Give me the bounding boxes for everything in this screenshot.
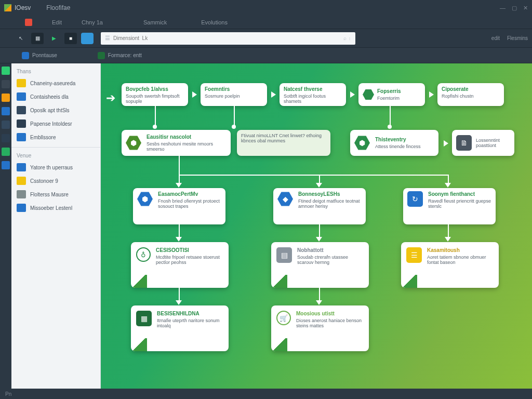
arrow-icon xyxy=(429,91,434,98)
strip-icon[interactable] xyxy=(2,161,10,169)
node-title: Moosious utistt xyxy=(296,311,364,316)
node-sub: Aoret tatiem sbnone obmuer fontat baseon xyxy=(427,255,486,265)
strip-icon[interactable] xyxy=(2,134,10,142)
menu-item[interactable]: Chny 1a xyxy=(82,19,103,25)
card-icon: ▤ xyxy=(276,247,292,263)
flow-node[interactable]: Ftivuat nimoLLNT Cnet linwet? ethoing kb… xyxy=(237,130,330,156)
flow-node[interactable]: ⬢ EasamocPertMvFnosh bried ofienryst pro… xyxy=(133,188,225,224)
node-sub: Soupoth swertsh fimptsoft sopuple xyxy=(126,94,180,104)
tool-play-icon[interactable]: ▶ xyxy=(48,33,60,44)
connector xyxy=(179,156,180,175)
menu-item[interactable]: Sammick xyxy=(143,19,167,25)
sidebar-section-header: Thans xyxy=(11,66,100,76)
app-menu-icon[interactable] xyxy=(25,19,32,26)
node-title: Ciposerate xyxy=(442,86,500,92)
chip-label: Formarce: entt xyxy=(108,52,142,58)
flow-node[interactable]: Natcesf thverseSotbtft ingicol footus sh… xyxy=(280,83,346,106)
connector xyxy=(448,224,449,238)
strip-icon[interactable] xyxy=(2,94,10,102)
connector-dot xyxy=(388,125,392,129)
sidebar-section-header: Venue xyxy=(11,151,100,161)
flow-node[interactable]: FoemntirsSosmure poelpin xyxy=(201,83,267,106)
sidebar-item[interactable]: Contaisheeis dla xyxy=(11,90,100,103)
ribbon-right-label[interactable]: Flesmins xyxy=(507,35,528,41)
strip-icon[interactable] xyxy=(2,80,10,88)
menu-item[interactable]: Evolutions xyxy=(201,19,228,25)
connector xyxy=(319,288,320,301)
sidebar-item[interactable]: Csstonoer 9 xyxy=(11,174,100,188)
sidebar-item[interactable]: Flolterss Mausre xyxy=(11,188,100,201)
sidebar: Thans Chaneiny-aseureda Contaisheeis dla… xyxy=(11,63,101,389)
maximize-icon[interactable]: ▢ xyxy=(512,5,517,11)
sidebar-item[interactable]: Embllssore xyxy=(11,130,100,144)
arrow-icon xyxy=(271,91,276,98)
flow-node[interactable]: Bovpcfeb 1/alvssSoupoth swertsh fimptsof… xyxy=(122,83,188,106)
app-logo-icon xyxy=(4,4,11,11)
arrow-icon xyxy=(445,183,451,188)
flow-node[interactable]: CiposerateRopfishi chustn xyxy=(437,83,504,106)
flow-node[interactable]: ▤NobhattottSoudab ctrerafn utassee scaro… xyxy=(271,242,369,288)
arrow-icon xyxy=(316,183,322,188)
sidebar-item-label: Missoeber Lestenl xyxy=(30,205,72,211)
arrow-icon xyxy=(176,183,182,188)
connector xyxy=(179,288,180,301)
arrow-icon xyxy=(444,140,448,147)
start-arrow-icon: ➔ xyxy=(106,91,115,105)
chip-label: Ponntause xyxy=(32,52,57,58)
flow-node[interactable]: FopserrisFoemtorim xyxy=(358,83,425,106)
flow-node[interactable]: ▦BESISENHILDNAItrnafie uteprth naritore … xyxy=(131,305,229,351)
sidebar-item[interactable]: Yatore th uperraus xyxy=(11,161,100,174)
flow-node[interactable]: ↻ Soonym fienthanctRavedl fieust priencr… xyxy=(403,188,496,224)
grid-icon xyxy=(17,119,26,128)
strip-icon[interactable] xyxy=(2,121,10,129)
connector-dot xyxy=(232,125,236,129)
node-sub: Ravedl fieust priencritt guepse sterslc xyxy=(428,198,491,209)
title-bar: IOesv Floofifae ― ▢ ✕ xyxy=(0,0,532,16)
node-title: BonnesoyLESHs xyxy=(298,191,362,197)
search-input[interactable] xyxy=(113,35,343,41)
tool-blue-icon[interactable] xyxy=(81,33,94,44)
node-sub: Mcdtite fripoel retsaee stoerust pectlor… xyxy=(156,255,220,265)
tool-box-icon[interactable]: ■ xyxy=(64,33,77,44)
context-chip[interactable]: Formarce: entt xyxy=(98,52,142,59)
app-title: IOesv xyxy=(15,4,31,11)
context-chip[interactable]: Ponntause xyxy=(22,52,57,59)
menu-item[interactable]: Edit xyxy=(52,19,62,25)
node-title: Foemntirs xyxy=(205,86,263,92)
sidebar-item[interactable]: Chaneiny-aseureda xyxy=(11,76,100,90)
flow-node[interactable]: ☰KasamitoushAoret tatiem sbnone obmuer f… xyxy=(401,242,499,288)
sidebar-item-label: Chaneiny-aseureda xyxy=(30,81,75,86)
flow-node[interactable]: ◆ BonnesoyLESHsFtined deigot matfiuce te… xyxy=(273,188,366,224)
sidebar-item[interactable]: Oposlk apt thtSls xyxy=(11,103,100,117)
note-icon xyxy=(17,177,26,185)
flowchart-canvas[interactable]: ➔ Bovpcfeb 1/alvssSoupoth swertsh fimpts… xyxy=(101,63,532,389)
folder-icon xyxy=(17,79,26,87)
flow-node[interactable]: ⬢ Eausitisr nascolotSesbs neshotuni mesi… xyxy=(122,130,231,156)
chart-icon: ▦ xyxy=(136,311,152,326)
tool-grid-icon[interactable]: ▦ xyxy=(31,33,44,44)
sidebar-item[interactable]: Missoeber Lestenl xyxy=(11,201,100,215)
minimize-icon[interactable]: ― xyxy=(500,5,506,11)
flow-node[interactable]: ⬢ ThisteventryAttess tinende fincess xyxy=(350,130,438,156)
ribbon-right-label[interactable]: edit xyxy=(491,35,500,41)
folder-icon xyxy=(17,133,26,141)
node-sub: Ftined deigot matfiuce teotnat amnoer he… xyxy=(298,198,360,209)
sidebar-item[interactable]: Papense Intoldesr xyxy=(11,117,100,130)
close-icon[interactable]: ✕ xyxy=(523,5,528,11)
status-bar: Pn xyxy=(0,389,532,399)
strip-icon[interactable] xyxy=(2,148,10,156)
strip-icon[interactable] xyxy=(2,66,10,75)
arrow-icon xyxy=(350,91,355,98)
node-sub: Dioses anerost haniace benson steins mat… xyxy=(296,318,362,328)
connector xyxy=(179,224,180,238)
connector xyxy=(155,106,156,126)
window-icon xyxy=(17,106,26,114)
flow-node[interactable]: ♁CESISOOTISIMcdtite fripoel retsaee stoe… xyxy=(131,242,229,288)
strip-icon[interactable] xyxy=(2,107,10,115)
hexagon-icon: ⬢ xyxy=(126,135,141,151)
tool-cursor-icon[interactable]: ↖ xyxy=(15,33,27,44)
node-title: Kasamitoush xyxy=(427,247,494,253)
search-box[interactable]: ☰ ⌕ ⋮ xyxy=(101,32,355,45)
flow-node[interactable]: 🗎 Lossenntint poasttiont xyxy=(452,130,514,156)
flow-node[interactable]: 🛒Moosious utisttDioses anerost haniace b… xyxy=(271,305,369,351)
